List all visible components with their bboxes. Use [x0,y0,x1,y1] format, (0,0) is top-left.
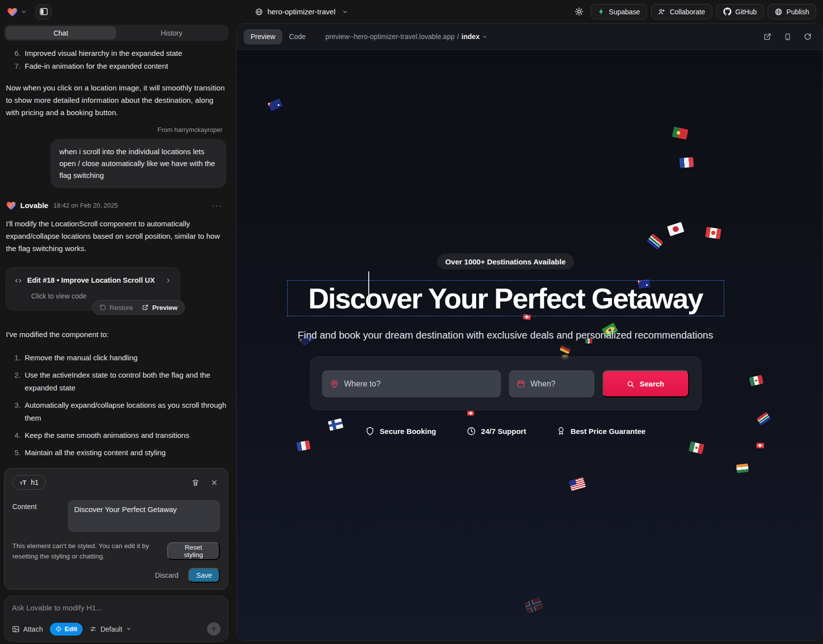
logo-chevron-down-icon[interactable] [21,9,27,15]
selected-h1-element[interactable]: Discover Your Perfect Getaway [287,280,724,316]
element-tag-pill[interactable]: TT h1 [12,475,46,490]
where-to-placeholder: Where to? [344,380,381,388]
gear-icon [574,7,584,16]
lovable-logo-icon[interactable] [7,7,18,17]
discard-button[interactable]: Discard [155,571,178,579]
search-bar: Where to? When? Search [309,356,701,410]
tab-code[interactable]: Code [282,29,312,44]
list-item: Use the activeIndex state to control bot… [23,369,226,394]
attach-button[interactable]: Attach [12,625,43,633]
arrow-up-icon [211,626,217,632]
list-item: Fade-in animation for the expanded conte… [23,60,226,72]
assistant-message-header: Lovable 18:42 on Feb 20, 2025 ··· [6,199,226,212]
edit-card-title: Edit #18 • Improve Location Scroll UX [27,274,155,287]
features-row: Secure Booking 24/7 Support Best Price G… [237,426,774,436]
element-tag-label: h1 [31,478,39,486]
list-item: Keep the same smooth animations and tran… [23,429,226,442]
globe-icon [255,8,263,16]
url-separator: / [457,33,459,41]
assistant-paragraph: Now when you click on a location image, … [6,82,226,119]
composer-input[interactable]: Ask Lovable to modify H1... [12,603,220,612]
publish-label: Publish [786,8,809,16]
settings-button[interactable] [571,4,587,19]
shield-icon [365,426,375,436]
preview-label: Preview [152,301,177,314]
project-name: hero-optimizer-travel [267,7,336,16]
url-chevron-down-icon [482,34,487,40]
publish-button[interactable]: Publish [768,4,816,19]
preview-button[interactable]: Preview [142,301,177,314]
hero-subtitle: Find and book your dream destination wit… [237,330,774,341]
supabase-label: Supabase [609,8,640,16]
sidebar-toggle-button[interactable] [36,4,51,19]
model-selector[interactable]: Default [89,625,131,633]
chat-scroll-area[interactable]: Improved visual hierarchy in the expande… [4,41,228,468]
preview-header: Preview Code preview--hero-optimizer-tra… [237,24,823,50]
search-button[interactable]: Search [602,370,689,397]
preview-url[interactable]: preview--hero-optimizer-travel.lovable.a… [325,33,487,41]
feature-label: Secure Booking [380,427,436,435]
list-item: Maintain all the existing content and st… [23,446,226,459]
collaborate-label: Collaborate [670,8,705,16]
content-field-label: Content [12,500,68,532]
lovable-heart-icon [6,201,16,210]
sliders-icon [89,625,97,633]
when-placeholder: When? [530,380,556,388]
open-in-new-tab-icon[interactable] [763,33,772,41]
feature-support: 24/7 Support [467,426,526,436]
supabase-button[interactable]: Supabase [591,4,647,19]
styling-note: This element can't be styled. You can ed… [12,541,167,561]
image-icon [12,625,20,633]
chevron-right-icon [165,277,172,284]
trash-icon[interactable] [191,478,200,487]
project-chevron-down-icon [342,9,348,15]
close-icon[interactable] [211,479,218,486]
map-pin-icon [330,380,339,388]
mobile-view-icon[interactable] [784,33,791,41]
sidebar-tabs: Chat History [4,25,228,41]
reset-styling-button[interactable]: Reset styling [167,542,220,560]
chat-sidebar: Chat History Improved visual hierarchy i… [0,23,232,644]
save-button[interactable]: Save [188,568,220,583]
message-more-button[interactable]: ··· [212,199,226,212]
list-item: Improved visual hierarchy in the expande… [23,47,226,59]
content-textarea[interactable]: Discover Your Perfect Getaway [68,500,220,532]
edit-mode-pill[interactable]: Edit [50,623,83,636]
url-host: preview--hero-optimizer-travel.lovable.a… [325,33,454,41]
send-button[interactable] [207,622,220,636]
hero-title: Discover Your Perfect Getaway [308,282,702,315]
restore-preview-pill: Restore Preview [92,300,185,315]
feature-label: Best Price Guarantee [570,427,646,435]
feature-label: 24/7 Support [481,427,526,435]
hero-section: Over 1000+ Destinations Available Discov… [237,50,774,641]
feature-secure-booking: Secure Booking [365,426,436,436]
tab-chat[interactable]: Chat [5,26,116,40]
message-author-label: From harrymckayroper [6,124,226,136]
external-link-icon [142,304,149,311]
code-brackets-icon [14,277,22,284]
refresh-icon[interactable] [804,33,812,41]
topbar: hero-optimizer-travel Supabase [0,0,823,23]
message-timestamp: 18:42 on Feb 20, 2025 [53,199,118,212]
preview-panel: Preview Code preview--hero-optimizer-tra… [236,23,823,641]
restore-button[interactable]: Restore [99,301,133,314]
award-icon [557,426,565,436]
assistant-steps-list: Remove the manual click handlingUse the … [6,351,226,459]
tab-preview[interactable]: Preview [244,29,282,44]
when-input[interactable]: When? [509,370,594,397]
tab-history[interactable]: History [116,26,227,40]
element-editor-panel: TT h1 Content Discover Your Perfect Geta… [4,468,228,590]
collaborate-button[interactable]: Collaborate [651,4,712,19]
chat-composer: Ask Lovable to modify H1... Attach Edit [4,596,228,642]
clock-icon [467,427,476,436]
restore-icon [99,304,106,311]
edit-mode-label: Edit [65,625,78,633]
user-message-bubble: when i scroll into the individual locati… [50,139,226,188]
target-icon [55,626,62,632]
feature-price-guarantee: Best Price Guarantee [557,426,646,436]
assistant-list-continued: Improved visual hierarchy in the expande… [6,47,226,72]
github-button[interactable]: GitHub [716,4,764,19]
list-item: Remove the manual click handling [23,351,226,364]
where-to-input[interactable]: Where to? [322,370,501,397]
project-switcher[interactable]: hero-optimizer-travel [255,7,348,16]
